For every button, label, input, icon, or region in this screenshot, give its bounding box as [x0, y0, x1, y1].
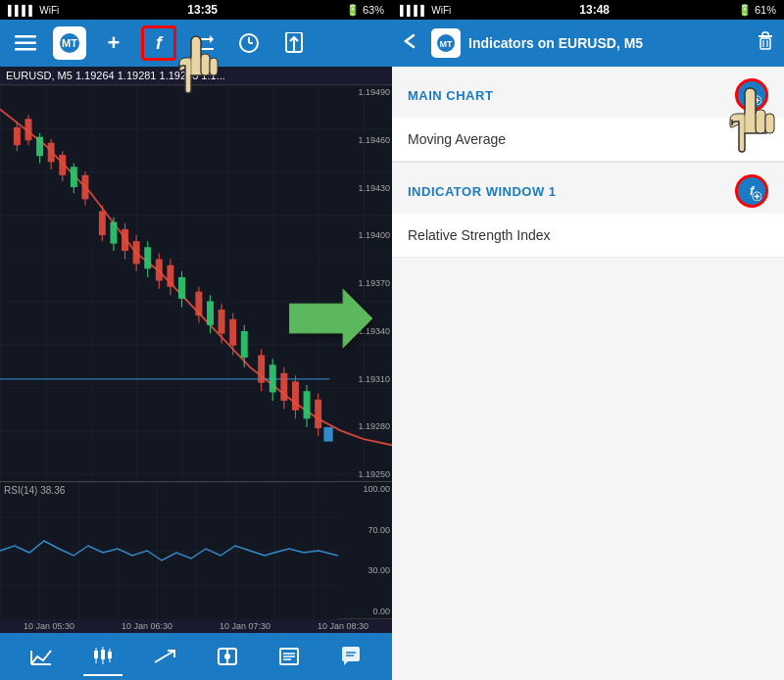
svg-rect-12: [0, 85, 392, 481]
battery-left: 63%: [363, 4, 384, 16]
main-chart-section-header: MAIN CHART f: [392, 67, 784, 118]
rsi-values: 100.00 70.00 30.00 0.00: [348, 482, 392, 618]
battery-right: 61%: [755, 4, 776, 16]
indicators-button[interactable]: f: [141, 25, 176, 61]
quotes-nav-button[interactable]: [270, 637, 309, 676]
svg-rect-57: [270, 364, 276, 392]
trash-button[interactable]: [755, 30, 776, 57]
left-panel: ▌▌▌▌ WiFi 13:35 🔋 63% MT +: [0, 0, 392, 680]
indicator-moving-average-label: Moving Average: [408, 131, 506, 147]
chart-symbol: EURUSD, M5 1.19264 1.19281 1.19263 1.1..…: [6, 70, 225, 81]
status-bar-right: ▌▌▌▌ WiFi 13:48 🔋 61%: [392, 0, 784, 20]
svg-rect-27: [81, 175, 88, 199]
main-chart-title: MAIN CHART: [408, 88, 493, 103]
svg-rect-66: [323, 427, 332, 442]
svg-rect-47: [207, 301, 214, 324]
time-left: 13:35: [187, 3, 218, 17]
time-axis: 10 Jan 05:30 10 Jan 06:30 10 Jan 07:30 1…: [0, 618, 392, 633]
time-right: 13:48: [579, 3, 610, 17]
add-button[interactable]: +: [96, 25, 131, 61]
indicator-moving-average[interactable]: Moving Average: [392, 118, 784, 162]
price-6: 1.19340: [340, 326, 390, 336]
svg-rect-35: [133, 241, 140, 264]
svg-text:f: f: [156, 33, 164, 53]
rsi-val-70: 70.00: [350, 525, 390, 535]
svg-rect-19: [36, 137, 43, 157]
toolbar-right: MT Indicators on EURUSD, M5: [392, 20, 784, 67]
toolbar-title: Indicators on EURUSD, M5: [468, 35, 747, 51]
svg-rect-29: [99, 212, 106, 235]
svg-rect-63: [304, 391, 311, 418]
svg-rect-2: [15, 48, 36, 51]
hamburger-button[interactable]: [8, 25, 43, 61]
svg-rect-49: [219, 310, 225, 333]
svg-rect-76: [108, 652, 112, 658]
rsi-label: RSI(14) 38.36: [4, 485, 65, 496]
add-indicator-main-button[interactable]: f: [735, 78, 768, 112]
signal-icon-left: ▌▌▌▌: [8, 5, 35, 16]
battery-icon-right: 🔋: [738, 4, 752, 17]
svg-rect-97: [760, 38, 770, 49]
indicators-list: MAIN CHART f Moving Average INDICATOR WI…: [392, 67, 784, 680]
svg-rect-51: [229, 319, 236, 346]
svg-rect-72: [94, 651, 98, 658]
price-4: 1.19400: [340, 230, 390, 240]
svg-rect-37: [144, 247, 151, 268]
svg-rect-41: [167, 266, 173, 287]
chat-nav-button[interactable]: [331, 637, 370, 676]
indicator-window-1-title: INDICATOR WINDOW 1: [408, 184, 557, 199]
price-2: 1.19460: [340, 135, 390, 145]
svg-text:MT: MT: [440, 39, 453, 49]
svg-rect-43: [178, 277, 185, 299]
time-3: 10 Jan 07:30: [220, 621, 270, 631]
app-icon-left: MT: [53, 26, 86, 60]
news-nav-button[interactable]: [208, 637, 247, 676]
svg-rect-53: [241, 331, 248, 358]
chart-nav-button[interactable]: [22, 637, 61, 676]
svg-text:MT: MT: [62, 37, 77, 49]
rsi-val-30: 30.00: [350, 565, 390, 575]
rsi-val-100: 100.00: [350, 484, 390, 494]
svg-rect-61: [292, 381, 299, 410]
chart-info: EURUSD, M5 1.19264 1.19281 1.19263 1.1..…: [0, 67, 392, 85]
wifi-icon-left: WiFi: [39, 5, 59, 16]
price-7: 1.19310: [340, 374, 390, 384]
indicator-rsi[interactable]: Relative Strength Index: [392, 214, 784, 258]
candles-nav-button[interactable]: [83, 637, 122, 676]
toolbar-left: MT + f: [0, 20, 392, 67]
rsi-area: RSI(14) 38.36 100.00 70.00 30.00 0.00: [0, 481, 392, 618]
svg-rect-74: [101, 650, 105, 659]
right-panel: ▌▌▌▌ WiFi 13:48 🔋 61% MT Indicators on E…: [392, 0, 784, 680]
svg-rect-65: [315, 400, 321, 428]
price-9: 1.19250: [340, 469, 390, 479]
svg-rect-0: [15, 35, 36, 38]
price-labels: 1.19490 1.19460 1.19430 1.19400 1.19370 …: [338, 85, 392, 481]
indicator-window-1-section-header: INDICATOR WINDOW 1 f: [392, 163, 784, 214]
price-3: 1.19430: [340, 183, 390, 193]
price-8: 1.19280: [340, 421, 390, 431]
battery-icon-left: 🔋: [346, 4, 360, 17]
svg-rect-15: [14, 127, 21, 145]
indicator-rsi-label: Relative Strength Index: [408, 227, 551, 243]
save-button[interactable]: [276, 25, 312, 61]
trend-nav-button[interactable]: [145, 637, 184, 676]
svg-rect-59: [280, 373, 287, 401]
signal-icon-right: ▌▌▌▌: [400, 5, 427, 16]
price-1: 1.19490: [340, 87, 390, 97]
svg-rect-45: [195, 292, 202, 316]
svg-rect-1: [15, 42, 36, 45]
time-4: 10 Jan 08:30: [318, 621, 368, 631]
svg-rect-33: [122, 229, 128, 251]
rsi-val-0: 0.00: [350, 607, 390, 616]
price-5: 1.19370: [340, 278, 390, 288]
time-1: 10 Jan 05:30: [24, 621, 74, 631]
svg-rect-23: [59, 155, 66, 175]
status-bar-left: ▌▌▌▌ WiFi 13:35 🔋 63%: [0, 0, 392, 20]
add-indicator-window1-button[interactable]: f: [735, 174, 768, 208]
svg-rect-31: [110, 222, 117, 244]
time-2: 10 Jan 06:30: [122, 621, 172, 631]
svg-rect-39: [156, 260, 163, 281]
back-button[interactable]: [400, 31, 419, 56]
trade-button[interactable]: [186, 25, 221, 61]
history-button[interactable]: [231, 25, 267, 61]
